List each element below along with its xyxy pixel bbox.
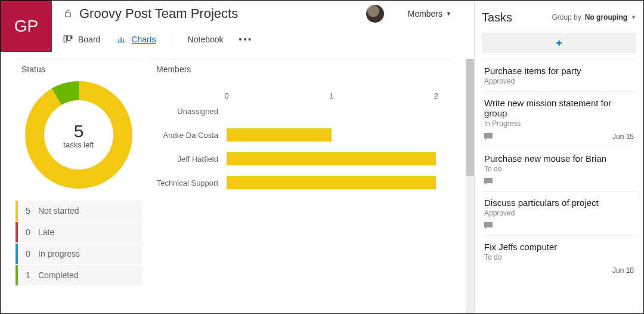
- bar-track: [227, 152, 436, 165]
- group-by-label: Group by: [552, 13, 581, 21]
- add-task-button[interactable]: +: [482, 33, 636, 53]
- avatar[interactable]: [366, 5, 384, 23]
- bar-track: [227, 128, 436, 141]
- task-status: Approved: [484, 209, 634, 217]
- charts-icon: [116, 34, 126, 45]
- svg-rect-2: [67, 36, 70, 41]
- task-status: In Progress: [484, 119, 634, 128]
- members-dropdown-label: Members: [408, 9, 442, 19]
- legend-count: 0: [18, 227, 38, 237]
- chevron-down-icon: ▼: [631, 14, 636, 20]
- task-status: Approved: [484, 77, 634, 85]
- group-by-value: No grouping: [585, 13, 627, 21]
- task-title: Write new mission statement for group: [484, 98, 634, 118]
- tab-board[interactable]: Board: [63, 34, 100, 45]
- legend-label: Completed: [38, 270, 79, 280]
- comment-icon: [484, 133, 493, 140]
- lock-open-icon: [63, 8, 73, 20]
- bar-label: Technical Support: [156, 178, 227, 187]
- bar-track: [227, 104, 436, 118]
- more-menu[interactable]: •••: [239, 35, 253, 44]
- axis-tick: 2: [434, 91, 438, 100]
- card-title: Members: [150, 60, 453, 78]
- legend-label: Not started: [38, 206, 79, 216]
- scrollbar-main[interactable]: [466, 59, 474, 313]
- axis-tick: 0: [224, 91, 228, 100]
- task-title: Discuss particulars of project: [484, 198, 634, 208]
- bar-label: Andre Da Costa: [156, 131, 227, 140]
- task-title: Fix Jeffs computer: [484, 242, 634, 252]
- task-status: To do: [484, 165, 634, 173]
- bar-label: Jeff Hatfield: [156, 155, 227, 164]
- bar-track: [227, 176, 436, 189]
- task-status: To do: [484, 253, 634, 261]
- task-card[interactable]: Purchase new mouse for BrianTo do: [482, 147, 636, 191]
- legend-count: 0: [18, 249, 38, 258]
- bar-label: Unassigned: [156, 107, 227, 116]
- tab-divider: [172, 33, 172, 46]
- bar-fill: [227, 128, 332, 141]
- donut-label: tasks left: [63, 140, 94, 149]
- legend-count: 1: [18, 270, 38, 280]
- bar-fill: [227, 152, 436, 165]
- donut-number: 5: [74, 121, 84, 141]
- tab-label: Board: [78, 35, 100, 44]
- comment-icon: [484, 222, 493, 229]
- bar-fill: [227, 176, 436, 189]
- task-card[interactable]: Discuss particulars of projectApproved: [482, 191, 636, 235]
- legend-row-completed[interactable]: 1Completed: [16, 265, 142, 285]
- group-by-dropdown[interactable]: Group by No grouping ▼: [552, 13, 636, 21]
- task-title: Purchase new mouse for Brian: [484, 153, 634, 164]
- svg-rect-1: [64, 36, 67, 42]
- bar-row: Andre Da Costa: [156, 123, 436, 147]
- bar-row: Unassigned: [156, 99, 436, 123]
- task-title: Purchase items for party: [484, 66, 634, 76]
- status-donut: 5 tasks left: [25, 81, 132, 189]
- legend-row-not-started[interactable]: 5Not started: [16, 201, 142, 221]
- bar-row: Technical Support: [156, 171, 436, 195]
- page-title: Groovy Post Team Projects: [79, 6, 366, 21]
- legend-row-in-progress[interactable]: 0In progress: [16, 244, 142, 264]
- card-title: Status: [16, 60, 142, 78]
- task-card[interactable]: Write new mission statement for groupIn …: [482, 91, 636, 147]
- tasks-panel-title: Tasks: [482, 11, 552, 24]
- chevron-down-icon: ▼: [446, 11, 451, 17]
- task-card[interactable]: Purchase items for partyApproved: [482, 59, 636, 91]
- svg-rect-3: [71, 36, 72, 39]
- task-card[interactable]: Fix Jeffs computerTo doJun 10: [482, 235, 636, 281]
- status-card: Status 5 tasks left 5Not started0Late0In…: [16, 59, 142, 313]
- svg-rect-0: [66, 13, 71, 17]
- legend-label: In progress: [38, 249, 80, 258]
- axis-tick: 1: [329, 91, 333, 100]
- tasks-panel: Tasks Group by No grouping ▼ + Purchase …: [474, 1, 643, 313]
- task-date: Jun 10: [612, 266, 634, 275]
- legend-row-late[interactable]: 0Late: [16, 222, 142, 242]
- tab-label: Charts: [131, 35, 156, 44]
- tab-label: Notebook: [188, 35, 224, 44]
- legend-label: Late: [38, 227, 54, 237]
- members-dropdown[interactable]: Members ▼: [408, 9, 463, 19]
- members-card: Members 012 UnassignedAndre Da CostaJeff…: [150, 59, 453, 313]
- tab-charts[interactable]: Charts: [116, 34, 156, 45]
- task-date: Jun 15: [612, 133, 634, 141]
- tab-notebook[interactable]: Notebook: [188, 35, 224, 44]
- comment-icon: [484, 178, 493, 185]
- bar-row: Jeff Hatfield: [156, 147, 436, 171]
- legend-count: 5: [18, 206, 38, 216]
- board-icon: [63, 34, 73, 45]
- app-tile[interactable]: GP: [1, 1, 52, 52]
